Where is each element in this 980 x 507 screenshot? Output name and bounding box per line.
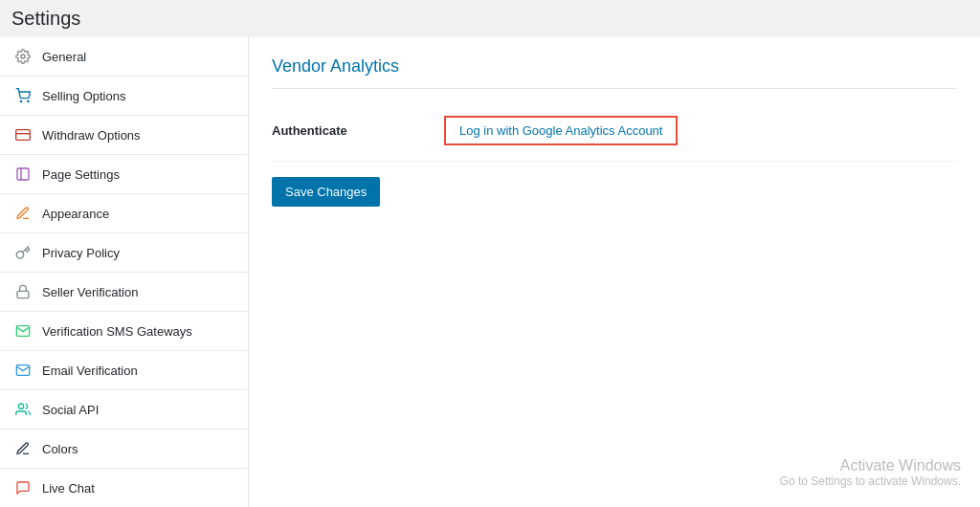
sidebar-item-social-api[interactable]: Social API xyxy=(0,390,248,430)
sidebar-item-verification-sms[interactable]: Verification SMS Gateways xyxy=(0,312,248,351)
general-icon xyxy=(13,47,33,66)
sidebar-label-general: General xyxy=(42,50,86,64)
sidebar-item-privacy-policy[interactable]: Privacy Policy xyxy=(0,233,248,273)
svg-point-8 xyxy=(18,404,23,408)
sidebar-label-seller-verification: Seller Verification xyxy=(42,285,138,299)
sidebar-item-page-settings[interactable]: Page Settings xyxy=(0,155,248,194)
sidebar-label-social-api: Social API xyxy=(42,403,99,417)
authenticate-row: Authenticate Log in with Google Analytic… xyxy=(272,100,957,162)
verification-sms-icon xyxy=(13,321,33,341)
sidebar-label-verification-sms: Verification SMS Gateways xyxy=(42,324,192,339)
sidebar-label-page-settings: Page Settings xyxy=(42,167,120,182)
page-settings-icon xyxy=(13,165,33,184)
privacy-policy-icon xyxy=(13,243,33,262)
sidebar-item-seller-verification[interactable]: Seller Verification xyxy=(0,273,248,312)
authenticate-label: Authenticate xyxy=(272,123,444,138)
section-title: Vendor Analytics xyxy=(272,56,957,89)
sidebar-label-colors: Colors xyxy=(42,442,78,456)
social-api-icon xyxy=(13,400,33,419)
sidebar-label-email-verification: Email Verification xyxy=(42,364,138,378)
sidebar-item-live-chat[interactable]: Live Chat xyxy=(0,469,248,507)
authenticate-field: Log in with Google Analytics Account xyxy=(444,116,957,145)
sidebar-item-withdraw-options[interactable]: Withdraw Options xyxy=(0,116,248,155)
svg-point-0 xyxy=(21,55,25,58)
appearance-icon xyxy=(13,204,33,223)
sidebar-label-live-chat: Live Chat xyxy=(42,481,95,496)
sidebar-item-appearance[interactable]: Appearance xyxy=(0,194,248,233)
main-content: Vendor Analytics Authenticate Log in wit… xyxy=(249,37,980,507)
svg-rect-3 xyxy=(16,130,31,141)
page-header: Settings xyxy=(0,0,980,37)
withdraw-options-icon xyxy=(13,125,33,144)
sidebar-item-general[interactable]: General xyxy=(0,37,248,77)
svg-rect-7 xyxy=(17,291,29,298)
sidebar: GeneralSelling OptionsWithdraw OptionsPa… xyxy=(0,37,249,507)
svg-point-1 xyxy=(20,100,21,101)
sidebar-label-appearance: Appearance xyxy=(42,207,109,221)
sidebar-label-selling-options: Selling Options xyxy=(42,89,125,103)
sidebar-item-email-verification[interactable]: Email Verification xyxy=(0,351,248,390)
live-chat-icon xyxy=(13,478,33,497)
selling-options-icon xyxy=(13,86,33,105)
sidebar-label-withdraw-options: Withdraw Options xyxy=(42,128,141,143)
svg-point-2 xyxy=(28,100,29,101)
google-auth-link[interactable]: Log in with Google Analytics Account xyxy=(459,123,662,138)
activate-windows-notice: Activate Windows Go to Settings to activ… xyxy=(780,457,961,488)
google-auth-box: Log in with Google Analytics Account xyxy=(444,116,678,145)
colors-icon xyxy=(13,439,33,458)
sidebar-item-selling-options[interactable]: Selling Options xyxy=(0,77,248,116)
email-verification-icon xyxy=(13,361,33,380)
sidebar-item-colors[interactable]: Colors xyxy=(0,430,248,469)
activate-windows-sub: Go to Settings to activate Windows. xyxy=(780,474,961,488)
sidebar-label-privacy-policy: Privacy Policy xyxy=(42,246,120,260)
seller-verification-icon xyxy=(13,282,33,301)
svg-rect-5 xyxy=(17,168,29,180)
activate-windows-title: Activate Windows xyxy=(780,457,961,474)
save-changes-button[interactable]: Save Changes xyxy=(272,177,380,207)
